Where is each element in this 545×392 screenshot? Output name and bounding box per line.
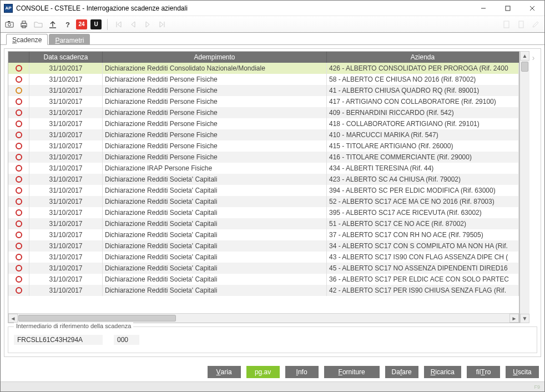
date-cell: 31/10/2017 [29, 174, 103, 185]
window-title: CONSOLE - CSTELE - Interrogazione scaden… [16, 4, 471, 12]
last-record-icon[interactable] [157, 19, 168, 30]
minimize-button[interactable] [471, 1, 496, 16]
scroll-down-arrow-icon[interactable]: ▼ [520, 314, 529, 323]
print-icon[interactable] [18, 19, 29, 30]
date-cell: 31/10/2017 [29, 163, 103, 174]
badge-24-icon[interactable]: 24 [76, 19, 87, 29]
hscroll-thumb[interactable] [18, 315, 176, 321]
table-row[interactable]: 31/10/2017Dichiarazione Redditi Persone … [8, 140, 519, 152]
table-row[interactable]: 31/10/2017Dichiarazione Redditi Societa'… [8, 218, 519, 229]
camera-icon[interactable] [4, 19, 15, 30]
help-icon[interactable]: ? [62, 19, 73, 30]
azienda-cell: 416 - TITOLARE COMMERCIANTE (Rif. 29000) [327, 152, 519, 163]
status-cell [8, 185, 29, 196]
table-row[interactable]: 31/10/2017Dichiarazione Redditi Consolid… [8, 63, 519, 74]
azienda-cell: 409 - BERNARDINI RICCARDO (Rif. 542) [327, 107, 519, 118]
status-circle-icon [16, 287, 22, 294]
table-row[interactable]: 31/10/2017Dichiarazione Redditi Societa'… [8, 263, 519, 274]
info-button[interactable]: Info [285, 366, 319, 378]
grid-header-adempimento[interactable]: Adempimento [103, 52, 327, 63]
adempimento-cell: Dichiarazione Redditi Persone Fisiche [103, 96, 327, 107]
dafare-button[interactable]: Dafare [385, 366, 418, 378]
upload-icon[interactable] [47, 19, 58, 30]
azienda-cell: 394 - ALBERTO SC PER ELDIC MODIFICA (Rif… [327, 185, 519, 196]
doc-icon[interactable] [501, 19, 512, 30]
folder-icon[interactable] [33, 19, 44, 30]
date-cell: 31/10/2017 [29, 274, 103, 285]
date-cell: 31/10/2017 [29, 140, 103, 152]
tab-scadenze[interactable]: Scadenze [6, 34, 48, 45]
badge-u-icon[interactable]: U [90, 19, 102, 29]
scroll-right-arrow-icon[interactable]: ► [509, 314, 519, 323]
pgav-button[interactable]: pg.av [246, 366, 280, 378]
table-row[interactable]: 31/10/2017Dichiarazione Redditi Societa'… [8, 252, 519, 263]
scroll-left-arrow-icon[interactable]: ◄ [8, 314, 18, 323]
azienda-cell: 34 - ALBERTO SC17 CON S COMPILATO MA NON… [327, 240, 519, 252]
app-window: AP CONSOLE - CSTELE - Interrogazione sca… [0, 0, 545, 392]
table-row[interactable]: 31/10/2017Dichiarazione Redditi Persone … [8, 96, 519, 107]
grid-header-azienda[interactable]: Azienda [327, 52, 519, 63]
status-circle-icon [16, 176, 22, 183]
vertical-scrollbar[interactable]: ▲ ▼ [519, 51, 529, 323]
status-circle-icon [16, 187, 22, 194]
svg-rect-11 [504, 21, 509, 28]
filtro-button[interactable]: filTro [467, 366, 500, 378]
table-row[interactable]: 31/10/2017Dichiarazione Redditi Societa'… [8, 196, 519, 207]
table-row[interactable]: 31/10/2017Dichiarazione Redditi Persone … [8, 85, 519, 96]
content-panel: Data scadenza Adempimento Azienda 31/10/… [4, 48, 541, 357]
table-row[interactable]: 31/10/2017Dichiarazione Redditi Persone … [8, 107, 519, 118]
status-cell [8, 274, 29, 285]
svg-text:?: ? [65, 21, 70, 29]
table-row[interactable]: 31/10/2017Dichiarazione Redditi Societa'… [8, 185, 519, 196]
vscroll-thumb[interactable] [521, 62, 528, 72]
close-button[interactable] [520, 1, 544, 16]
prev-record-icon[interactable] [128, 19, 139, 30]
date-cell: 31/10/2017 [29, 263, 103, 274]
grid-header-date[interactable]: Data scadenza [29, 52, 103, 63]
adempimento-cell: Dichiarazione Redditi Persone Fisiche [103, 85, 327, 96]
table-row[interactable]: 31/10/2017Dichiarazione Redditi Societa'… [8, 240, 519, 252]
expand-caret-icon[interactable]: › [529, 51, 537, 323]
status-cell [8, 118, 29, 129]
date-cell: 31/10/2017 [29, 107, 103, 118]
status-cell [8, 107, 29, 118]
table-row[interactable]: 31/10/2017Dichiarazione Redditi Societa'… [8, 229, 519, 240]
table-row[interactable]: 31/10/2017Dichiarazione Redditi Societa'… [8, 285, 519, 296]
status-circle-icon [16, 98, 22, 105]
varia-button[interactable]: Varia [208, 366, 241, 378]
next-record-icon[interactable] [142, 19, 153, 30]
date-cell: 31/10/2017 [29, 85, 103, 96]
status-cell [8, 263, 29, 274]
ricarica-button[interactable]: Ricarica [424, 366, 461, 378]
tab-parametri[interactable]: Parametri [49, 34, 90, 45]
uscita-button[interactable]: Uscita [506, 366, 539, 378]
intermediario-legend: Intermediario di riferimento della scade… [14, 323, 133, 329]
edit-icon[interactable] [530, 19, 541, 30]
scroll-up-arrow-icon[interactable]: ▲ [520, 51, 529, 61]
status-cell [8, 85, 29, 96]
azienda-cell: 410 - MARCUCCI MARIKA (Rif. 547) [327, 129, 519, 140]
maximize-button[interactable] [496, 1, 520, 16]
table-row[interactable]: 31/10/2017Dichiarazione Redditi Persone … [8, 152, 519, 163]
status-cell [8, 163, 29, 174]
horizontal-scrollbar[interactable]: ◄ ► [8, 313, 519, 323]
status-circle-icon [16, 87, 22, 94]
table-row[interactable]: 31/10/2017Dichiarazione Redditi Persone … [8, 118, 519, 129]
table-row[interactable]: 31/10/2017Dichiarazione Redditi Societa'… [8, 174, 519, 185]
status-cell [8, 63, 29, 74]
table-row[interactable]: 31/10/2017Dichiarazione Redditi Societa'… [8, 274, 519, 285]
toolbar: ? 24 U [1, 16, 544, 33]
first-record-icon[interactable] [113, 19, 124, 30]
status-circle-icon [16, 209, 22, 216]
azienda-cell: 41 - ALBERTO CHIUSA QUADRO RQ (Rif. 8900… [327, 85, 519, 96]
table-row[interactable]: 31/10/2017Dichiarazione IRAP Persone Fis… [8, 163, 519, 174]
svg-rect-8 [22, 21, 26, 23]
grid-header-status[interactable] [8, 52, 29, 63]
table-row[interactable]: 31/10/2017Dichiarazione Redditi Persone … [8, 129, 519, 140]
intermediario-codice: 000 [114, 335, 139, 345]
forniture-button[interactable]: Forniture [324, 366, 380, 378]
adempimento-cell: Dichiarazione Redditi Consolidato Nazion… [103, 63, 327, 74]
page-icon[interactable] [516, 19, 527, 30]
table-row[interactable]: 31/10/2017Dichiarazione Redditi Societa'… [8, 207, 519, 218]
table-row[interactable]: 31/10/2017Dichiarazione Redditi Persone … [8, 74, 519, 85]
